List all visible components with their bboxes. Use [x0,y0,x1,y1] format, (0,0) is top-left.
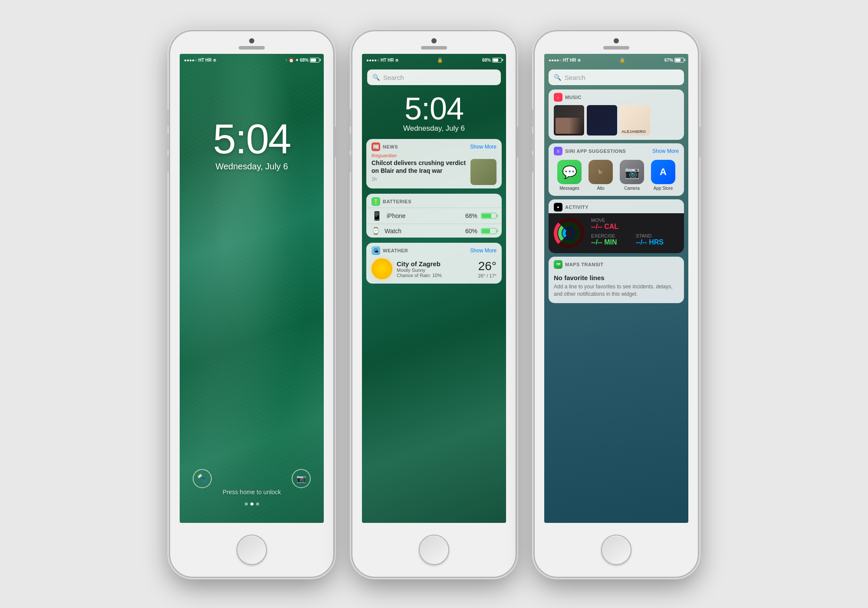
home-button-3[interactable] [601,535,631,565]
batteries-app-icon: 🔋 [372,197,380,206]
search-bar[interactable]: 🔍 Search [367,69,501,85]
home-button[interactable] [237,535,267,565]
activity-app-icon: ● [554,203,562,211]
exercise-stat: Exercise --/-- MIN [591,233,634,246]
speaker-grille-3 [603,46,629,50]
album-art-2[interactable] [587,105,617,135]
carrier-signal-3: ●●●●○ HT HR [549,58,576,63]
battery-row-watch: ⌚ Watch 60% [366,224,502,238]
exercise-value: --/-- MIN [591,238,634,246]
camera-shortcut-icon[interactable]: 📷 [292,469,311,488]
maps-transit-body: No favorite lines Add a line to your fav… [549,271,684,303]
siri-search-placeholder: Search [565,74,585,81]
weather-temp-range: 26° / 17° [478,273,496,278]
iphone-top [170,31,333,50]
album-art-1[interactable] [554,105,584,135]
weather-body: City of Zagreb Mostly Sunny Chance of Ra… [366,257,502,284]
location-icon: ↑ [285,58,287,63]
batteries-header-left: 🔋 BATTERIES [372,197,411,206]
news-thumbnail [470,159,496,185]
iphone-siri: ●●●●○ HT HR ⌾ 🔒 67% 🔍 Search [534,30,699,578]
iphone-bottom [237,523,267,577]
iphone-battery-fill [482,214,491,218]
notifications-screen: ●●●●○ HT HR ⌾ 🔒 68% 🔍 Search [362,54,506,523]
watch-battery-pct: 60% [465,228,477,235]
news-widget: 📰 NEWS Show More theguardian Chilcot del… [366,139,502,188]
app-item-messages[interactable]: 💬 Messages [557,160,582,191]
wifi-icon-2: ⌾ [395,57,398,63]
flashlight-icon[interactable]: 🔦 [193,469,212,488]
press-home-label: Press home to unlock [223,489,281,496]
carrier-signal: ●●●●○ HT HR [184,58,212,63]
app-item-alto[interactable]: ⛷ Alto [589,160,613,191]
status-right-3: 67% [664,58,684,63]
status-bar-2: ●●●●○ HT HR ⌾ 🔒 68% [362,54,506,66]
wifi-icon-3: ⌾ [578,57,581,63]
music-widget-title: MUSIC [565,95,582,100]
messages-app-icon: 💬 [557,160,582,184]
status-right: ↑ ⏰ ✦ 68% [285,58,319,63]
maps-app-icon: 🗺 [554,260,562,269]
siri-suggestions-header: S SIRI APP SUGGESTIONS Show More [549,143,684,158]
iphone-battery-name: iPhone [387,212,465,219]
camera-app-icon: 📷 [620,160,644,184]
lock-time-display: 5:04 Wednesday, July 6 [213,118,291,172]
status-left: ●●●●○ HT HR ⌾ [184,57,216,63]
maps-transit-header: 🗺 MAPS TRANSIT [549,257,684,271]
status-bar-1: ●●●●○ HT HR ⌾ ↑ ⏰ ✦ 68% [180,54,324,66]
weather-widget-title: WEATHER [383,248,408,253]
activity-widget-title: ACTIVITY [565,205,589,210]
app-item-appstore[interactable]: A App Store [651,160,675,191]
stand-label: Stand [636,233,679,238]
battery-label: 68% [300,58,309,63]
bluetooth-icon: ✦ [295,58,299,63]
watch-battery-fill [482,229,490,233]
batteries-widget-title: BATTERIES [383,199,411,204]
news-app-icon: 📰 [372,142,380,151]
messages-app-label: Messages [559,186,579,191]
time-display: 5:04 [213,118,291,160]
camera-app-label: Camera [624,186,640,191]
notification-time: 5:04 Wednesday, July 6 [362,93,506,133]
search-icon: 🔍 [372,74,380,81]
iphone-device-icon: 📱 [372,211,382,221]
maps-transit-description: Add a line to your favorites to see inci… [554,283,679,298]
speaker-grille-2 [421,46,447,50]
notif-time-display: 5:04 [362,93,506,124]
move-stat: Move --/-- CAL [591,218,679,231]
battery-fill-3 [675,59,681,62]
front-camera-3 [614,38,619,43]
activity-stats: Move --/-- CAL Exercise --/-- MIN Stand [591,218,679,249]
weather-header-left: 🌤 WEATHER [372,246,408,255]
siri-suggestions-title: SIRI APP SUGGESTIONS [565,149,626,154]
battery-fill-2 [493,59,498,62]
maps-transit-widget: 🗺 MAPS TRANSIT No favorite lines Add a l… [549,257,684,303]
weather-info: City of Zagreb Mostly Sunny Chance of Ra… [397,260,474,278]
album-art-3[interactable]: ALEJANDRO [620,105,650,135]
watch-battery-name: Watch [385,228,465,235]
search-placeholder: Search [383,74,404,81]
iphone-top-3 [535,31,698,50]
news-show-more[interactable]: Show More [470,144,496,150]
maps-transit-title: MAPS TRANSIT [565,262,604,267]
news-text: Chilcot delivers crushing verdict on Bla… [372,159,466,182]
watch-device-icon: ⌚ [372,227,380,235]
siri-app-icon: S [554,147,562,155]
battery-label-3: 67% [664,58,673,63]
siri-show-more[interactable]: Show More [652,148,679,154]
stand-value: --/-- HRS [636,238,679,246]
wifi-icon: ⌾ [213,57,216,63]
app-item-camera[interactable]: 📷 Camera [620,160,644,191]
exercise-stand-stats: Exercise --/-- MIN Stand --/-- HRS [591,233,679,249]
home-button-2[interactable] [419,535,449,565]
weather-show-more[interactable]: Show More [470,248,496,254]
dot-2 [250,502,253,506]
carrier-signal-2: ●●●●○ HT HR [366,58,394,63]
date-display: Wednesday, July 6 [213,162,291,172]
exercise-label: Exercise [591,233,634,238]
siri-search-bar[interactable]: 🔍 Search [549,69,684,85]
front-camera [249,38,254,43]
iphone-bottom-2 [419,523,449,577]
siri-screen: ●●●●○ HT HR ⌾ 🔒 67% 🔍 Search [544,54,688,523]
music-widget: ♪ MUSIC ALEJANDRO [549,89,684,140]
